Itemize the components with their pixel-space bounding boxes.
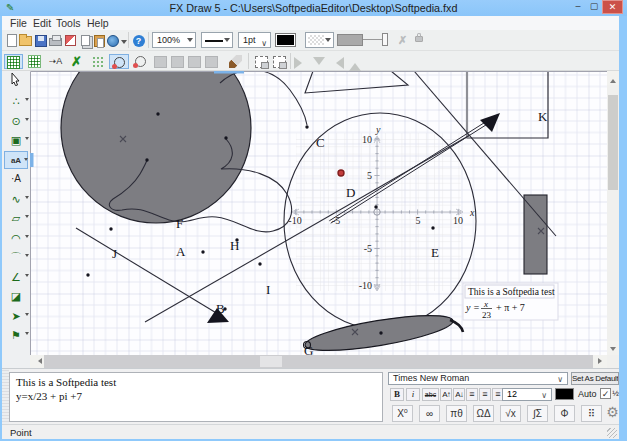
align-center-button[interactable]: ≡	[479, 388, 491, 401]
svg-text:H: H	[230, 238, 239, 253]
maximize-button[interactable]: ▢	[586, 0, 602, 14]
polygon-tool[interactable]: ▱	[4, 209, 28, 227]
close-button[interactable]: ✕	[602, 0, 623, 14]
menu-bar: File Edit Tools Help	[2, 16, 619, 30]
ungroup-icon[interactable]	[270, 54, 288, 69]
set-as-default-button[interactable]: Set As Default	[571, 372, 619, 385]
menu-help[interactable]: Help	[87, 16, 109, 30]
group-icon[interactable]	[252, 54, 270, 69]
line-width-combobox[interactable]: 1pt∨	[238, 32, 271, 48]
scroll-down-button[interactable]	[607, 341, 619, 355]
new-icon[interactable]	[4, 33, 19, 48]
vertical-scrollbar[interactable]	[607, 71, 619, 355]
drawing-canvas[interactable]: -10 -5 5 10 10 5 -5 -10 x y	[30, 71, 607, 355]
point-mode-button[interactable]	[109, 54, 129, 69]
italic-button[interactable]: i	[406, 388, 420, 401]
menu-edit[interactable]: Edit	[33, 16, 51, 30]
font-size-combobox[interactable]: 12∨	[502, 388, 552, 401]
scroll-left-button[interactable]	[30, 355, 44, 368]
settings-gear-icon[interactable]: ⚙	[602, 405, 623, 422]
save-icon[interactable]	[33, 33, 48, 48]
arc-tool[interactable]: ◠	[4, 229, 28, 247]
delete-icon-disabled: ✗	[395, 33, 410, 48]
vscroll-thumb[interactable]	[608, 95, 618, 190]
math-root-button[interactable]: √x	[500, 405, 521, 422]
bezier-tool[interactable]: ⌒	[4, 248, 28, 266]
resize-grip[interactable]	[607, 428, 617, 438]
svg-text:J: J	[112, 246, 117, 261]
delete-all-icon[interactable]: ✗	[67, 54, 86, 69]
print-icon[interactable]	[48, 33, 63, 48]
svg-text:A: A	[176, 244, 186, 259]
mark-tool[interactable]: ➤	[4, 307, 28, 325]
equation-panel: This is a Softpedia test y=x/23 + pi +7 …	[2, 368, 619, 424]
auto-label: Auto	[578, 389, 597, 399]
show-grid-button[interactable]	[4, 54, 23, 69]
transparency-slider[interactable]	[363, 39, 382, 40]
red-point[interactable]	[338, 170, 344, 176]
stats-tool[interactable]: ⚑	[4, 326, 28, 344]
rectangle-tool[interactable]: ▣	[4, 131, 28, 149]
label-mode-icon[interactable]: ⇢A	[46, 54, 65, 69]
svg-text:10: 10	[362, 134, 372, 145]
align3-icon-disabled	[186, 54, 203, 69]
subscript-button[interactable]: A↓	[453, 388, 465, 401]
strike-button[interactable]: abc	[422, 388, 439, 401]
line-color-swatch[interactable]	[275, 33, 296, 47]
menu-tools[interactable]: Tools	[56, 16, 81, 30]
fill-pattern-combobox[interactable]	[305, 32, 334, 48]
web-dropdown-icon[interactable]	[121, 40, 127, 47]
fraction-toggle-button[interactable]: ½	[611, 388, 620, 401]
align-left-button[interactable]: ≡	[466, 388, 478, 401]
scroll-right-button[interactable]	[593, 355, 607, 368]
svg-text:-10: -10	[359, 280, 372, 291]
lock-icon-disabled	[415, 36, 423, 42]
web-icon[interactable]	[106, 33, 121, 48]
point-mode2-button[interactable]	[131, 54, 150, 69]
pointer-tool[interactable]	[4, 73, 28, 91]
horizontal-scrollbar[interactable]	[30, 355, 607, 368]
snap-grid-button[interactable]	[25, 54, 44, 69]
auto-checkbox[interactable]: ✓	[600, 388, 611, 399]
dot-grid-button[interactable]	[88, 54, 107, 69]
hscroll-thumb[interactable]	[260, 356, 282, 367]
fill-color-swatch[interactable]	[337, 34, 363, 46]
copy-icon[interactable]	[78, 33, 93, 48]
fill-tool[interactable]: ◪	[4, 287, 28, 305]
scroll-up-button[interactable]	[607, 71, 619, 85]
point-tool[interactable]: ∴	[4, 92, 28, 110]
math-phi-button[interactable]: Φ	[554, 405, 575, 422]
panel-gutter[interactable]	[2, 369, 9, 425]
text-color-swatch[interactable]	[555, 388, 574, 400]
transparency-slider-handle[interactable]	[382, 33, 388, 46]
menu-file[interactable]: File	[10, 16, 27, 30]
curve-tool[interactable]: ∿	[4, 190, 28, 208]
minimize-button[interactable]: –	[570, 0, 586, 14]
equation-text-input[interactable]: This is a Softpedia test y=x/23 + pi +7	[9, 372, 383, 422]
angle-tool[interactable]: ∠	[4, 268, 28, 286]
text-label-tool[interactable]: ·A	[4, 170, 28, 188]
math-integral-button[interactable]: ∫Σ	[527, 405, 548, 422]
paste-icon[interactable]	[92, 33, 107, 48]
math-greek-button[interactable]: πθ	[446, 405, 467, 422]
math-symbols-button[interactable]: ΩΔ	[473, 405, 494, 422]
font-combobox[interactable]: Times New Roman∨	[388, 372, 568, 385]
math-power-button[interactable]: X⁰	[392, 405, 413, 422]
bold-button[interactable]: B	[390, 388, 404, 401]
shape-gray-rect[interactable]	[524, 195, 547, 274]
open-icon[interactable]	[18, 33, 33, 48]
line-style-combobox[interactable]	[201, 32, 233, 48]
svg-text:5: 5	[416, 215, 421, 226]
svg-text:x: x	[483, 299, 488, 309]
math-matrix-button[interactable]: ⠿	[581, 405, 602, 422]
zoom-combobox[interactable]: 100%	[152, 32, 196, 48]
equation-tool-selected[interactable]: aA	[4, 151, 28, 169]
canvas-note-box[interactable]: This is a Softpedia test y = x 23 + π + …	[463, 283, 558, 320]
help-icon[interactable]: ?	[131, 33, 146, 48]
circle-tool[interactable]: ⊙	[4, 112, 28, 130]
format-brush-icon[interactable]	[226, 54, 245, 69]
superscript-button[interactable]: A↑	[440, 388, 452, 401]
export-icon[interactable]	[63, 33, 78, 48]
math-fraction-button[interactable]: ∞	[419, 405, 440, 422]
send-back-icon-disabled	[311, 54, 326, 69]
